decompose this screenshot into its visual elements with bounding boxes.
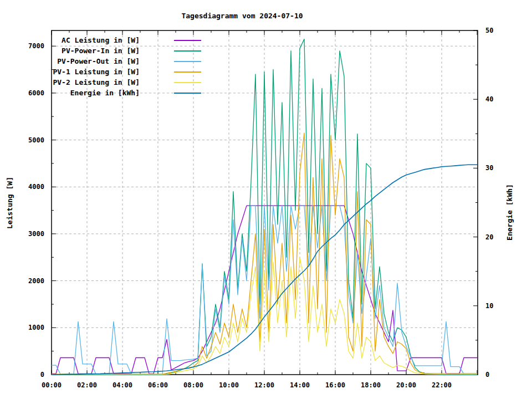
x-tick-label: 20:00 — [396, 381, 416, 389]
y2-tick-label: 30 — [485, 164, 493, 172]
x-tick-label: 06:00 — [148, 381, 168, 389]
legend-line-sample-energie — [174, 93, 201, 94]
y-tick-label: 6000 — [28, 89, 44, 97]
y-axis-label: Leistung [W] — [6, 177, 14, 229]
legend-label-ac-leistung: AC Leistung in [W] — [50, 36, 140, 44]
legend: AC Leistung in [W]PV-Power-In in [W]PV-P… — [50, 35, 201, 98]
x-tick-label: 10:00 — [219, 381, 239, 389]
legend-row-pv2-leistung: PV-2 Leistung in [W] — [50, 77, 201, 88]
x-tick-label: 12:00 — [254, 381, 274, 389]
legend-line-sample-ac-leistung — [174, 40, 201, 41]
legend-label-pv-power-in: PV-Power-In in [W] — [50, 47, 140, 55]
legend-line-sample-pv-power-out — [174, 61, 201, 62]
legend-row-ac-leistung: AC Leistung in [W] — [50, 35, 201, 45]
y2-axis-label: Energie [kWh] — [505, 184, 514, 241]
y-tick-label: 7000 — [28, 42, 44, 50]
legend-label-pv1-leistung: PV-1 Leistung in [W] — [50, 68, 140, 76]
legend-row-pv-power-in: PV-Power-In in [W] — [50, 45, 201, 56]
x-tick-label: 04:00 — [112, 381, 132, 389]
legend-label-energie: Energie in [kWh] — [50, 89, 140, 97]
y-tick-label: 2000 — [28, 277, 44, 285]
x-tick-label: 16:00 — [325, 381, 345, 389]
legend-row-pv1-leistung: PV-1 Leistung in [W] — [50, 66, 201, 77]
y2-tick-label: 40 — [485, 95, 493, 103]
y-tick-label: 3000 — [28, 230, 44, 238]
chart-title: Tagesdiagramm vom 2024-07-10 — [52, 12, 433, 20]
legend-line-sample-pv2-leistung — [174, 82, 201, 83]
y2-tick-label: 10 — [485, 302, 493, 310]
legend-line-sample-pv-power-in — [174, 50, 201, 52]
x-tick-label: 00:00 — [42, 381, 62, 389]
legend-row-pv-power-out: PV-Power-Out in [W] — [50, 56, 201, 66]
y2-tick-label: 50 — [485, 27, 493, 34]
x-tick-label: 18:00 — [361, 381, 381, 389]
legend-row-energie: Energie in [kWh] — [50, 88, 201, 98]
y-tick-label: 5000 — [28, 136, 44, 144]
x-tick-label: 02:00 — [77, 381, 97, 389]
legend-label-pv-power-out: PV-Power-Out in [W] — [50, 57, 140, 65]
x-tick-label: 14:00 — [290, 381, 310, 389]
y-tick-label: 4000 — [28, 183, 44, 191]
x-tick-label: 08:00 — [183, 381, 203, 389]
legend-label-pv2-leistung: PV-2 Leistung in [W] — [50, 78, 140, 86]
y-tick-label: 1000 — [28, 324, 44, 331]
y2-tick-label: 0 — [485, 371, 489, 378]
x-tick-label: 22:00 — [432, 381, 452, 389]
y-tick-label: 0 — [40, 371, 44, 378]
legend-line-sample-pv1-leistung — [174, 71, 201, 73]
y2-tick-label: 20 — [485, 233, 493, 241]
